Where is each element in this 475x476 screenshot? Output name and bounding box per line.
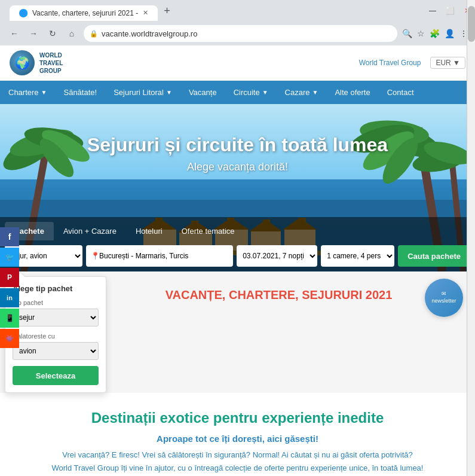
twitter-button[interactable]: 🐦 bbox=[0, 248, 19, 267]
topbar: 🌍 WORLD TRAVEL GROUP World Travel Group … bbox=[0, 45, 475, 81]
section1-title: VACANȚE, CHARTERE, SEJURURI 2021 bbox=[118, 288, 439, 302]
nav-contact[interactable]: Contact bbox=[379, 81, 422, 104]
window-controls: — ⬜ ✕ bbox=[429, 7, 470, 15]
logo-text: WORLD TRAVEL GROUP bbox=[39, 51, 63, 75]
currency-selector[interactable]: EUR ▼ bbox=[430, 57, 465, 69]
popup-title: Alege tip pachet bbox=[13, 284, 99, 293]
tab-close-btn[interactable]: ✕ bbox=[143, 9, 148, 17]
dropdown-area: Alege tip pachet Tip pachet sejur Calato… bbox=[0, 271, 475, 393]
refresh-button[interactable]: ↻ bbox=[45, 26, 60, 41]
bookmark-icon[interactable]: ☆ bbox=[417, 29, 425, 38]
hero-text-container: Sejururi și circuite în toată lumea Aleg… bbox=[0, 134, 475, 173]
profile-icon[interactable]: 👤 bbox=[445, 29, 455, 38]
scrollbar[interactable] bbox=[467, 0, 475, 476]
chevron-down-icon: ▼ bbox=[41, 89, 47, 96]
section2-subtitle: Aproape tot ce îți dorești, aici găsești… bbox=[10, 434, 465, 444]
forward-button[interactable]: → bbox=[26, 26, 41, 41]
section2-body: Vrei vacanță? E firesc! Vrei să călătore… bbox=[10, 448, 465, 475]
logo-area: 🌍 WORLD TRAVEL GROUP bbox=[10, 50, 63, 75]
tab-oferte-tematice[interactable]: Oferte tematice bbox=[172, 222, 244, 240]
tab-favicon: 🌐 bbox=[19, 9, 27, 17]
main-nav: Chartere ▼ Sănătate! Sejururi Litoral ▼ … bbox=[0, 81, 475, 104]
calatoreste-label: Calatoreste cu bbox=[13, 332, 99, 340]
nav-sejururi-litoral[interactable]: Sejururi Litoral ▼ bbox=[105, 81, 180, 104]
search-button[interactable]: Cauta pachete bbox=[398, 245, 470, 267]
tip-pachet-select[interactable]: sejur bbox=[13, 309, 99, 327]
tab-bar: 🌐 Vacante, chartere, sejururi 2021 - ✕ + bbox=[5, 1, 181, 21]
search-icon[interactable]: 🔍 bbox=[402, 29, 412, 38]
hero-title: Sejururi și circuite în toată lumea bbox=[0, 134, 475, 156]
tip-pachet-label: Tip pachet bbox=[13, 299, 99, 306]
hero-section: Sejururi și circuite în toată lumea Aleg… bbox=[0, 104, 475, 271]
chevron-down-icon: ▼ bbox=[312, 89, 318, 96]
active-tab[interactable]: 🌐 Vacante, chartere, sejururi 2021 - ✕ bbox=[10, 5, 158, 21]
logo-globe: 🌍 bbox=[10, 50, 35, 75]
search-tabs: Pachete Avion + Cazare Hoteluri Oferte t… bbox=[0, 217, 475, 240]
calatoreste-select[interactable]: avion bbox=[13, 342, 99, 360]
extensions-icon[interactable]: 🧩 bbox=[430, 29, 440, 38]
nav-alte-oferte[interactable]: Alte oferte bbox=[326, 81, 378, 104]
date-select[interactable]: 03.07.2021, 7 nopți bbox=[237, 245, 317, 267]
hero-subtitle: Alege vacanța dorită! bbox=[0, 161, 475, 173]
chevron-down-icon: ▼ bbox=[262, 89, 268, 96]
selecteaza-button[interactable]: Selecteaza bbox=[13, 366, 99, 385]
destination-wrapper: 📍 bbox=[86, 245, 233, 267]
home-button[interactable]: ⌂ bbox=[65, 26, 79, 41]
facebook-button[interactable]: f bbox=[0, 227, 19, 246]
linkedin-button[interactable]: in bbox=[0, 288, 19, 307]
nav-chartere[interactable]: Chartere ▼ bbox=[0, 81, 55, 104]
scrollbar-thumb[interactable] bbox=[468, 6, 475, 42]
tab-hoteluri[interactable]: Hoteluri bbox=[126, 222, 172, 240]
reddit-button[interactable]: 👾 bbox=[0, 329, 19, 348]
search-bar: sejur, avion 📍 03.07.2021, 7 nopți 1 cam… bbox=[0, 240, 475, 271]
nav-cazare[interactable]: Cazare ▼ bbox=[277, 81, 327, 104]
section2-title: Destinații exotice pentru experiențe ine… bbox=[10, 410, 465, 426]
dropdown-popup: Alege tip pachet Tip pachet sejur Calato… bbox=[5, 276, 106, 393]
chevron-down-icon: ▼ bbox=[166, 89, 172, 96]
destination-input[interactable] bbox=[86, 245, 233, 267]
nav-vacante[interactable]: Vacanțe bbox=[180, 81, 225, 104]
tab-avion-cazare[interactable]: Avion + Cazare bbox=[54, 222, 126, 240]
title-bar: 🌐 Vacante, chartere, sejururi 2021 - ✕ +… bbox=[0, 0, 475, 22]
nav-sanatate[interactable]: Sănătate! bbox=[55, 81, 105, 104]
address-input-container[interactable]: 🔒 vacante.worldtravelgroup.ro bbox=[84, 25, 397, 42]
tab-title: Vacante, chartere, sejururi 2021 - bbox=[32, 9, 138, 17]
address-text: vacante.worldtravelgroup.ro bbox=[102, 29, 197, 38]
website: 🌍 WORLD TRAVEL GROUP World Travel Group … bbox=[0, 45, 475, 476]
brand-link[interactable]: World Travel Group bbox=[359, 59, 421, 67]
whatsapp-button[interactable]: 📱 bbox=[0, 309, 19, 328]
maximize-btn[interactable]: ⬜ bbox=[446, 7, 455, 15]
pinterest-button[interactable]: P bbox=[0, 268, 19, 287]
new-tab-button[interactable]: + bbox=[158, 1, 176, 21]
social-sidebar: f 🐦 P in 📱 👾 bbox=[0, 227, 19, 348]
browser-actions: 🔍 ☆ 🧩 👤 ⋮ bbox=[402, 29, 468, 38]
newsletter-badge[interactable]: ✉newsletter bbox=[425, 279, 463, 317]
nav-circuite[interactable]: Circuite ▼ bbox=[225, 81, 277, 104]
main-content: Destinații exotice pentru experiențe ine… bbox=[0, 393, 475, 476]
browser-chrome: 🌐 Vacante, chartere, sejururi 2021 - ✕ +… bbox=[0, 0, 475, 45]
lock-icon: 🔒 bbox=[90, 30, 98, 38]
minimize-btn[interactable]: — bbox=[429, 7, 436, 15]
topbar-right: World Travel Group EUR ▼ bbox=[359, 57, 465, 69]
back-button[interactable]: ← bbox=[7, 26, 22, 41]
address-bar: ← → ↻ ⌂ 🔒 vacante.worldtravelgroup.ro 🔍 … bbox=[0, 22, 475, 45]
content-right: VACANȚE, CHARTERE, SEJURURI 2021 bbox=[106, 271, 475, 393]
persons-select[interactable]: 1 camere, 4 pers bbox=[321, 245, 394, 267]
